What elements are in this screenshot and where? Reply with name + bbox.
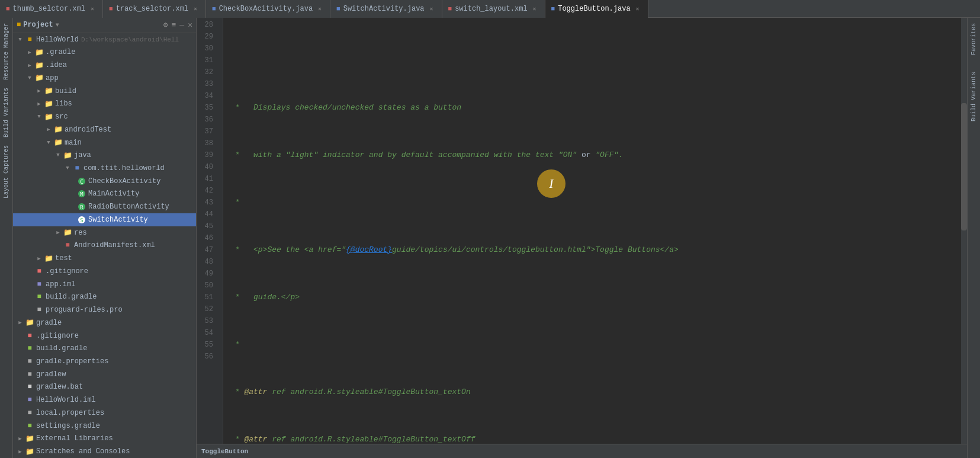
folder-icon: 📁 [63,228,72,238]
tree-item-appiml[interactable]: ■ app.iml [13,278,196,291]
tree-item-libs[interactable]: ▶ 📁 libs [13,97,196,110]
expand-arrow-androidtest[interactable]: ▶ [44,125,53,134]
code-span: * @attr ref android.R.styleable#ToggleBu… [230,434,475,444]
code-container[interactable]: 28 29 30 31 32 33 34 35 36 37 38 39 40 4… [197,18,967,444]
code-span: * Displays checked/unchecked states as a… [230,102,461,114]
tree-item-gradle-root[interactable]: ▶ 📁 gradle [13,316,196,329]
gitignore-icon: ■ [25,331,34,341]
build-variants-right-label[interactable]: Build Variants [969,69,978,124]
tab-close-switch-layout[interactable]: ✕ [531,5,539,13]
tree-item-external-libs[interactable]: ▶ 📁 External Libraries [13,433,196,446]
tree-item-src[interactable]: ▼ 📁 src [13,110,196,123]
tree-item-switch-activity[interactable]: S SwitchActivity [13,213,196,226]
tree-item-gradle-properties[interactable]: ■ gradle.properties [13,355,196,368]
package-icon: ■ [72,164,82,173]
tab-thumb-selector[interactable]: ■ thumb_selctor.xml ✕ [0,0,103,18]
tree-item-androidtest[interactable]: ▶ 📁 androidTest [13,123,196,136]
tree-item-idea[interactable]: ▶ 📁 .idea [13,59,196,72]
tree-item-gradle-hidden[interactable]: ▶ 📁 .gradle [13,46,196,59]
tab-track-selector[interactable]: ■ track_selctor.xml ✕ [103,0,206,18]
tree-item-gradlew[interactable]: ■ gradlew [13,368,196,381]
tree-item-app[interactable]: ▼ 📁 app [13,72,196,85]
tree-item-proguard[interactable]: ■ proguard-rules.pro [13,303,196,316]
folder-icon: 📁 [25,318,34,328]
tree-item-main[interactable]: ▼ 📁 main [13,136,196,149]
tree-item-settings-gradle[interactable]: ■ settings.gradle [13,419,196,433]
tab-close-toggle[interactable]: ✕ [634,5,642,13]
folder-icon: 📁 [25,447,34,456]
tree-item-checkbox-activity[interactable]: C CheckBoxAcitivity [13,175,196,188]
code-content[interactable]: I * Displays checked/unchecked states as… [223,18,961,444]
tree-item-androidmanifest[interactable]: ■ AndroidManifest.xml [13,239,196,252]
tree-item-main-activity[interactable]: M MainActivity [13,188,196,201]
tree-item-helloworld[interactable]: ▼ ■ HelloWorld D:\workspace\android\Hell [13,33,196,46]
expand-arrow-idea[interactable]: ▶ [25,60,34,70]
vertical-scrollbar[interactable] [961,18,967,444]
tree-label-test: test [55,254,72,262]
tree-item-gitignore-root[interactable]: ■ .gitignore [13,329,196,342]
layout-captures-label[interactable]: Layout Captures [2,143,11,201]
sidebar-settings-icon[interactable]: ⚙ [163,20,168,30]
properties-icon: ■ [25,370,34,379]
tree-item-gradlew-bat[interactable]: ■ gradlew.bat [13,381,196,394]
folder-icon: 📁 [25,434,34,443]
sidebar-hide-icon[interactable]: — [179,21,184,30]
tab-close-checkbox[interactable]: ✕ [316,5,324,13]
code-line-29: * with a "light" indicator and by defaul… [230,149,961,161]
expand-arrow-package[interactable]: ▼ [63,164,72,173]
tab-checkbox-activity[interactable]: ■ CheckBoxAcitivity.java ✕ [206,0,330,18]
resource-manager-label[interactable]: Resource Manager [2,21,11,82]
expand-arrow-app[interactable]: ▼ [25,73,34,83]
tree-item-test[interactable]: ▶ 📁 test [13,252,196,265]
tree-label-local-properties: local.properties [36,409,104,417]
build-variants-label[interactable]: Build Variants [2,85,11,140]
sidebar-layout-icon[interactable]: ≡ [172,21,176,30]
tab-close-track[interactable]: ✕ [191,5,200,13]
iml-icon: ■ [34,280,44,289]
folder-icon: 📁 [53,138,63,148]
tree-item-radiobtn-activity[interactable]: R RadioButtonActivity [13,200,196,213]
tab-close-switch-activity[interactable]: ✕ [428,5,436,13]
expand-arrow-gradle-root[interactable]: ▶ [15,318,25,328]
tree-item-res[interactable]: ▶ 📁 res [13,226,196,239]
activity-icon: C [77,177,86,186]
tree-label-external-libs: External Libraries [36,434,113,443]
tooltip-text: I [549,178,553,190]
tree-item-gitignore-app[interactable]: ■ .gitignore [13,265,196,278]
expand-arrow-java[interactable]: ▼ [53,150,63,160]
properties-icon: ■ [25,357,34,366]
sidebar-close-icon[interactable]: ✕ [188,20,192,30]
tree-item-scratches[interactable]: ▶ 📁 Scratches and Consoles [13,445,196,458]
expand-arrow-external-libs[interactable]: ▶ [15,434,25,443]
tree-item-java[interactable]: ▼ 📁 java [13,149,196,162]
tree-label-java: java [74,151,91,159]
expand-arrow-src[interactable]: ▼ [34,112,44,121]
expand-arrow-main[interactable]: ▼ [44,138,53,148]
tree-item-helloworld-iml[interactable]: ■ HelloWorld.iml [13,393,196,406]
expand-arrow-build[interactable]: ▶ [34,87,44,96]
no-arrow [15,408,25,418]
no-arrow [53,241,63,250]
tab-switch-layout[interactable]: ■ switch_layout.xml ✕ [442,0,545,18]
expand-arrow-scratches[interactable]: ▶ [15,447,25,456]
tab-toggle-button[interactable]: ■ ToggleButton.java ✕ [545,0,648,18]
tree-item-package[interactable]: ▼ ■ com.ttit.helloworld [13,162,196,175]
expand-arrow-test[interactable]: ▶ [34,254,44,263]
tree-item-build-gradle-root[interactable]: ■ build.gradle [13,342,196,355]
tree-item-build[interactable]: ▶ 📁 build [13,85,196,98]
tree-item-build-gradle-app[interactable]: ■ build.gradle [13,290,196,303]
tree-label-build-gradle-root: build.gradle [36,344,87,353]
favorites-label[interactable]: Favorites [969,21,978,57]
tree-item-local-properties[interactable]: ■ local.properties [13,406,196,419]
expand-arrow-helloworld[interactable]: ▼ [15,35,25,44]
tab-close-thumb[interactable]: ✕ [88,5,97,13]
code-line-35: * @attr ref android.R.styleable#ToggleBu… [230,434,961,444]
tab-switch-activity[interactable]: ■ SwitchActivity.java ✕ [330,0,442,18]
expand-arrow-libs[interactable]: ▶ [34,99,44,108]
tab-label: switch_layout.xml [455,5,527,13]
gitignore-icon: ■ [34,267,44,276]
expand-arrow-gradle[interactable]: ▶ [25,47,34,57]
scrollbar-thumb[interactable] [961,103,967,231]
expand-arrow-res[interactable]: ▶ [53,228,63,238]
xml-file-icon: ■ [63,241,72,250]
